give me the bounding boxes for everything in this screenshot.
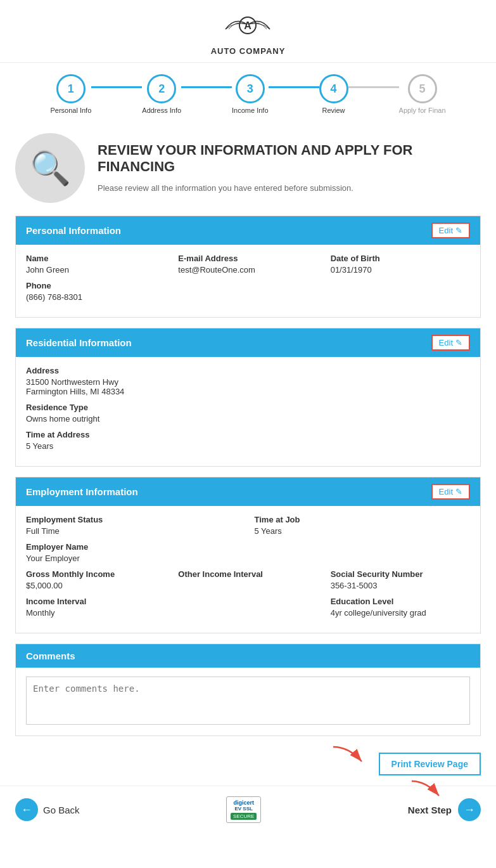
residential-info-body: Address 31500 Northwestern Hwy Farmingto… [16, 357, 480, 466]
step-label-4: Review [322, 107, 345, 114]
review-subtitle: Please review all the information you ha… [98, 182, 481, 195]
employment-row-1: Employment Status Full Time Time at Job … [26, 515, 470, 536]
personal-info-body: Name John Green E-mail Address test@Rout… [16, 245, 480, 317]
residential-type-label: Residence Type [26, 403, 470, 412]
logo-text: AUTO COMPANY [211, 46, 286, 56]
employment-info-title: Employment Information [26, 486, 138, 497]
arrow-print-icon [330, 744, 368, 767]
step-label-3: Income Info [232, 107, 268, 114]
personal-name-label: Name [26, 254, 165, 263]
comments-header: Comments [16, 644, 480, 668]
print-review-button[interactable]: Print Review Page [379, 753, 481, 775]
gross-income-label: Gross Monthly Income [26, 569, 165, 579]
comments-title: Comments [26, 651, 75, 661]
personal-phone-value: (866) 768-8301 [26, 292, 165, 302]
personal-info-header: Personal Information Edit ✎ [16, 216, 480, 245]
comments-textarea[interactable] [26, 677, 470, 725]
digicert-name: digicert [233, 800, 254, 806]
digicert-ev-label: EV SSL [234, 806, 252, 812]
go-back-circle: ← [15, 798, 38, 821]
step-label-2: Address Info [142, 107, 181, 114]
gross-income-col: Gross Monthly Income $5,000.00 [26, 569, 165, 590]
residential-address-col: Address 31500 Northwestern Hwy Farmingto… [26, 366, 470, 396]
step-2: 2 Address Info [142, 74, 181, 114]
residential-address-line2: Farmington Hills, MI 48334 [26, 387, 470, 396]
employment-info-body: Employment Status Full Time Time at Job … [16, 506, 480, 633]
employment-row-3: Gross Monthly Income $5,000.00 Other Inc… [26, 569, 470, 590]
step-label-1: Personal Info [50, 107, 91, 114]
step-circle-1: 1 [56, 74, 86, 103]
step-4: 4 Review [319, 74, 348, 114]
go-back-arrow-icon: ← [21, 803, 32, 817]
personal-info-row-2: Phone (866) 768-8301 [26, 281, 470, 302]
residential-info-row-2: Residence Type Owns home outright [26, 403, 470, 424]
edit-icon-2: ✎ [455, 338, 462, 347]
step-5: 5 Apply for Finan [399, 74, 446, 114]
employment-status-col: Employment Status Full Time [26, 515, 242, 536]
education-col: Education Level 4yr college/university g… [331, 597, 470, 618]
personal-info-row-1: Name John Green E-mail Address test@Rout… [26, 254, 470, 275]
digicert-badge: digicert EV SSL SECURE [226, 796, 261, 823]
residential-time-label: Time at Address [26, 430, 470, 439]
personal-email-value: test@RouteOne.com [178, 265, 317, 275]
employer-name-value: Your Employer [26, 554, 470, 563]
comments-body [16, 668, 480, 735]
personal-phone-label: Phone [26, 281, 165, 290]
income-interval-col: Income Interval Monthly [26, 597, 165, 618]
svg-text:A: A [245, 20, 252, 31]
next-step-area: Next Step → [408, 798, 481, 821]
residential-type-col: Residence Type Owns home outright [26, 403, 470, 424]
header: A AUTO COMPANY [0, 0, 496, 63]
step-label-5: Apply for Finan [399, 107, 446, 114]
employment-info-section: Employment Information Edit ✎ Employment… [15, 477, 481, 633]
residential-address-line1: 31500 Northwestern Hwy [26, 377, 470, 387]
step-circle-3: 3 [236, 74, 265, 103]
employer-name-col: Employer Name Your Employer [26, 542, 470, 563]
employment-row-4: Income Interval Monthly Education Level … [26, 597, 470, 618]
edit-icon: ✎ [455, 226, 462, 235]
connector-3 [269, 86, 319, 88]
employment-edit-button[interactable]: Edit ✎ [431, 484, 470, 500]
gross-income-value: $5,000.00 [26, 581, 165, 590]
ssn-label: Social Security Number [331, 569, 470, 579]
employment-row-2: Employer Name Your Employer [26, 542, 470, 563]
review-title-block: REVIEW YOUR INFORMATION AND APPLY FOR FI… [98, 142, 481, 194]
personal-edit-button[interactable]: Edit ✎ [431, 223, 470, 238]
review-title: REVIEW YOUR INFORMATION AND APPLY FOR FI… [98, 142, 481, 176]
avatar: 🔍 [15, 133, 85, 203]
edit-icon-3: ✎ [455, 487, 462, 496]
connector-1 [91, 86, 142, 88]
ssn-col: Social Security Number 356-31-5003 [331, 569, 470, 590]
logo-icon: A [222, 10, 273, 45]
personal-name-value: John Green [26, 265, 165, 275]
income-interval-label: Income Interval [26, 597, 165, 606]
step-circle-4: 4 [319, 74, 348, 103]
go-back-button[interactable]: ← Go Back [15, 798, 80, 821]
residential-info-header: Residential Information Edit ✎ [16, 328, 480, 357]
residential-info-row-3: Time at Address 5 Years [26, 430, 470, 451]
footer-nav: ← Go Back digicert EV SSL SECURE Next St… [0, 786, 496, 836]
residential-edit-button[interactable]: Edit ✎ [431, 335, 470, 351]
print-area: Print Review Page [15, 746, 481, 779]
employment-time-value: 5 Years [255, 526, 471, 536]
digicert-secure-label: SECURE [231, 813, 257, 820]
other-income-label: Other Income Interval [178, 569, 317, 579]
personal-info-section: Personal Information Edit ✎ Name John Gr… [15, 216, 481, 318]
employment-time-label: Time at Job [255, 515, 471, 524]
residential-info-section: Residential Information Edit ✎ Address 3… [15, 328, 481, 467]
review-header: 🔍 REVIEW YOUR INFORMATION AND APPLY FOR … [15, 127, 481, 216]
personal-name-col: Name John Green [26, 254, 165, 275]
step-1: 1 Personal Info [50, 74, 91, 114]
personal-phone-col: Phone (866) 768-8301 [26, 281, 165, 302]
progress-bar: 1 Personal Info 2 Address Info 3 Income … [0, 63, 496, 120]
employment-info-header: Employment Information Edit ✎ [16, 477, 480, 506]
next-step-circle[interactable]: → [458, 798, 481, 821]
next-step-label: Next Step [408, 805, 452, 815]
personal-email-label: E-mail Address [178, 254, 317, 263]
personal-dob-value: 01/31/1970 [331, 265, 470, 275]
avatar-icon: 🔍 [30, 149, 71, 188]
main-content: 🔍 REVIEW YOUR INFORMATION AND APPLY FOR … [0, 120, 496, 779]
next-step-arrow-icon: → [464, 803, 475, 817]
employer-name-label: Employer Name [26, 542, 470, 552]
connector-4 [348, 86, 399, 88]
